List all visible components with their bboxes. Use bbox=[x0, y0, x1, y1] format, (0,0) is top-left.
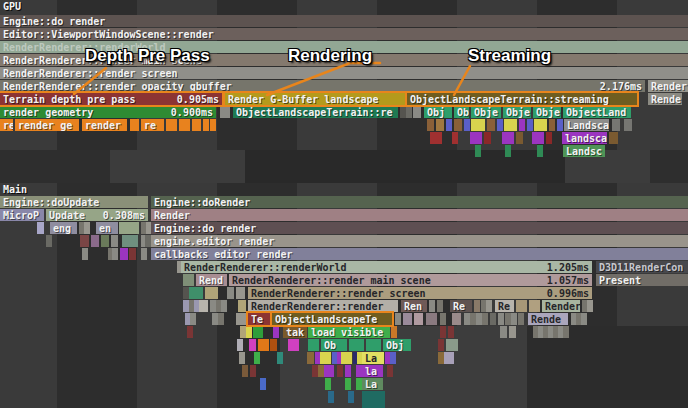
objectlandscape-bar-highlighted[interactable]: ObjectLandscapeTe bbox=[272, 313, 392, 325]
mini-block[interactable] bbox=[395, 313, 401, 325]
mini-block[interactable] bbox=[532, 132, 544, 144]
mini-block[interactable] bbox=[509, 326, 516, 338]
terrain-bar-highlighted[interactable]: Te bbox=[248, 313, 270, 325]
mini-block[interactable] bbox=[120, 248, 128, 260]
mini-block[interactable] bbox=[537, 145, 543, 157]
mini-block[interactable] bbox=[471, 119, 485, 131]
la-bar[interactable]: La bbox=[362, 352, 384, 364]
mini-block[interactable] bbox=[446, 119, 452, 131]
renderrenderer-render-bar[interactable]: RenderRenderer::render bbox=[248, 300, 398, 312]
mini-block[interactable] bbox=[452, 313, 461, 325]
obje-bar[interactable]: Obje bbox=[503, 106, 531, 118]
renderrenderer-render-opacity-gbuffer-bar[interactable]: RenderRenderer::render_opacity_gbuffer2.… bbox=[0, 80, 645, 92]
objectlandscapeterrain-re-bar[interactable]: ObjectLandscapeTerrain::re bbox=[233, 106, 398, 118]
mini-block[interactable] bbox=[293, 339, 299, 351]
mini-block[interactable] bbox=[238, 300, 246, 312]
mini-block[interactable] bbox=[454, 119, 462, 131]
mini-block[interactable] bbox=[444, 352, 454, 364]
mini-block[interactable] bbox=[519, 119, 525, 131]
renderrenderer-render-main-scene-bar[interactable]: RenderRenderer::render_main_scene1.057ms bbox=[229, 274, 592, 286]
objectland-bar[interactable]: ObjectLand bbox=[563, 106, 631, 118]
microp-bar[interactable]: MicroP bbox=[0, 209, 44, 221]
mini-block[interactable] bbox=[210, 119, 216, 131]
render-bar[interactable]: render bbox=[82, 119, 127, 131]
mini-block[interactable] bbox=[249, 339, 256, 351]
present-bar[interactable]: Present bbox=[596, 274, 688, 286]
mini-block[interactable] bbox=[516, 132, 523, 144]
la-bar[interactable]: la bbox=[362, 365, 383, 377]
render-bar[interactable]: Render bbox=[648, 80, 688, 92]
mini-block[interactable] bbox=[250, 365, 256, 377]
editor-viewportwindowscene-render-bar[interactable]: Editor::ViewportWindowScene::render bbox=[0, 28, 688, 40]
d3d11-rendercontext-bar[interactable]: D3D11RenderCon bbox=[596, 261, 688, 273]
renderrenderer-renderworld-bar[interactable]: RenderRenderer::renderWorld1.205ms bbox=[181, 261, 592, 273]
re-bar[interactable]: Re bbox=[450, 300, 472, 312]
mini-block[interactable] bbox=[119, 222, 139, 234]
mini-block[interactable] bbox=[141, 248, 147, 260]
mini-block[interactable] bbox=[307, 352, 314, 364]
terrain-depth-pre-pass-bar[interactable]: Terrain depth pre pass0.905ms bbox=[0, 93, 222, 105]
mini-block[interactable] bbox=[46, 235, 52, 247]
mini-block[interactable] bbox=[504, 119, 517, 131]
mini-block[interactable] bbox=[546, 132, 552, 144]
mini-block[interactable] bbox=[484, 132, 491, 144]
mini-block[interactable] bbox=[325, 378, 331, 390]
mini-block[interactable] bbox=[203, 119, 209, 131]
mini-block[interactable] bbox=[452, 132, 458, 144]
en-bar[interactable]: en bbox=[96, 222, 118, 234]
mini-block[interactable] bbox=[101, 235, 109, 247]
mini-block[interactable] bbox=[403, 313, 412, 325]
mini-block[interactable] bbox=[84, 222, 90, 234]
mini-block[interactable] bbox=[448, 326, 454, 338]
rende-bar[interactable]: Rende bbox=[528, 313, 568, 325]
mini-block[interactable] bbox=[587, 300, 593, 312]
mini-block[interactable] bbox=[527, 119, 533, 131]
rende-bar[interactable]: Rende bbox=[648, 93, 682, 105]
mini-block[interactable] bbox=[239, 352, 245, 364]
mini-block[interactable] bbox=[221, 300, 227, 312]
render-ge-bar[interactable]: render_ge bbox=[15, 119, 79, 131]
mini-block[interactable] bbox=[534, 119, 547, 131]
load-visible-bar[interactable]: load visible bbox=[308, 326, 390, 338]
mini-block[interactable] bbox=[348, 391, 354, 403]
mini-block[interactable] bbox=[474, 300, 480, 312]
landsca-bar[interactable]: Landsca bbox=[564, 119, 609, 131]
landsc-bar[interactable]: Landsc bbox=[563, 145, 605, 157]
mini-block[interactable] bbox=[328, 391, 334, 403]
mini-block[interactable] bbox=[475, 145, 481, 157]
obje-bar[interactable]: Obje bbox=[533, 106, 561, 118]
mini-block[interactable] bbox=[91, 235, 99, 247]
mini-block[interactable] bbox=[502, 132, 514, 144]
mini-block[interactable] bbox=[516, 300, 527, 312]
mini-block[interactable] bbox=[406, 106, 412, 118]
re-bar[interactable]: re bbox=[141, 119, 164, 131]
mini-block[interactable] bbox=[511, 313, 517, 325]
mini-block[interactable] bbox=[482, 313, 488, 325]
mini-block[interactable] bbox=[277, 352, 283, 364]
obj-bar[interactable]: Obj bbox=[424, 106, 452, 118]
mini-block[interactable] bbox=[387, 365, 393, 377]
mini-block[interactable] bbox=[112, 248, 118, 260]
mini-block[interactable] bbox=[414, 313, 423, 325]
mini-block[interactable] bbox=[254, 352, 260, 364]
renderrenderer-render-main-scene-bar[interactable]: RenderRenderer::render_main_scene bbox=[0, 54, 688, 66]
mini-block[interactable] bbox=[487, 119, 495, 131]
mini-block[interactable] bbox=[390, 352, 396, 364]
mini-block[interactable] bbox=[486, 300, 492, 312]
mini-block[interactable] bbox=[366, 339, 381, 351]
mini-block[interactable] bbox=[205, 287, 218, 299]
tak-bar[interactable]: tak bbox=[283, 326, 307, 338]
rend-bar[interactable]: Rend bbox=[196, 274, 227, 286]
mini-block[interactable] bbox=[557, 119, 563, 131]
ob-bar[interactable]: Ob bbox=[321, 339, 347, 351]
mini-block[interactable] bbox=[505, 145, 511, 157]
landsca-bar[interactable]: landsca bbox=[562, 132, 607, 144]
mini-block[interactable] bbox=[437, 300, 443, 312]
mini-block[interactable] bbox=[236, 287, 245, 299]
mini-block[interactable] bbox=[260, 378, 266, 390]
mini-block[interactable] bbox=[129, 248, 136, 260]
engine-do-render-bar[interactable]: Engine::do_render bbox=[151, 222, 688, 234]
mini-block[interactable] bbox=[308, 339, 319, 351]
mini-block[interactable] bbox=[345, 365, 351, 377]
mini-block[interactable] bbox=[242, 365, 248, 377]
